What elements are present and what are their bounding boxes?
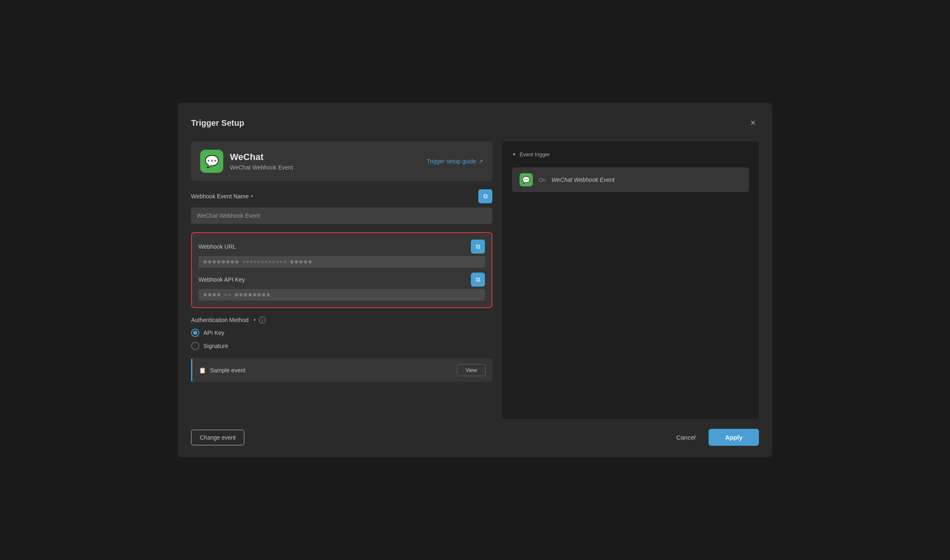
webhook-event-name-input[interactable] [191, 207, 492, 224]
radio-signature-outer [191, 342, 199, 350]
app-info: WeChat WeChat Webhook Event [230, 152, 420, 171]
wechat-icon: 💬 [200, 150, 223, 173]
bottom-row: Change event Cancel Apply [191, 419, 759, 446]
close-button[interactable]: × [747, 116, 759, 130]
event-trigger-card: 💬 On WeChat Webhook Event [512, 167, 749, 192]
webhook-url-label-row: Webhook URL ⧉ [199, 240, 485, 254]
sample-event-left: 📋 Sample event [199, 367, 246, 374]
event-trigger-label: Event trigger [520, 151, 550, 158]
event-on-label: On [539, 177, 546, 183]
sample-event-label: Sample event [210, 367, 246, 374]
webhook-box: Webhook URL ⧉ [191, 232, 492, 308]
right-panel: ▼ Event trigger 💬 On WeChat Webhook Even… [502, 141, 759, 419]
webhook-api-key-label-row: Webhook API Key ⧉ [199, 273, 485, 287]
left-panel: 💬 WeChat WeChat Webhook Event Trigger se… [191, 141, 492, 419]
app-subtitle: WeChat Webhook Event [230, 164, 420, 171]
copy-url-icon: ⧉ [476, 243, 480, 250]
view-sample-event-button[interactable]: View [457, 364, 486, 376]
bottom-right-buttons: Cancel Apply [670, 429, 759, 446]
webhook-api-key-label: Webhook API Key [199, 276, 245, 283]
auth-label-row: Authentication Method • i [191, 316, 492, 324]
auth-option-signature[interactable]: Signature [191, 342, 492, 350]
auth-method-label: Authentication Method [191, 317, 248, 323]
webhook-url-label: Webhook URL [199, 243, 236, 250]
radio-api-key-outer [191, 329, 199, 337]
main-content: 💬 WeChat WeChat Webhook Event Trigger se… [191, 141, 759, 419]
webhook-api-key-field: Webhook API Key ⧉ [199, 273, 485, 301]
trigger-wechat-icon: 💬 [520, 173, 533, 186]
auth-required-dot: • [253, 316, 256, 324]
info-icon[interactable]: i [259, 317, 266, 323]
modal-header: Trigger Setup × [191, 116, 759, 130]
chevron-down-icon: ▼ [512, 152, 516, 157]
webhook-api-key-value [199, 289, 485, 301]
copy-api-icon: ⧉ [476, 276, 480, 283]
app-name: WeChat [230, 152, 420, 162]
external-link-icon: ↗ [478, 158, 483, 165]
sample-event-icon: 📋 [199, 367, 206, 374]
webhook-url-value [199, 256, 485, 268]
copy-webhook-url-button[interactable]: ⧉ [471, 240, 485, 254]
sample-event-bar: 📋 Sample event View [191, 358, 492, 382]
apply-button[interactable]: Apply [709, 429, 759, 446]
webhook-url-field: Webhook URL ⧉ [199, 240, 485, 268]
auth-api-key-label: API Key [203, 329, 225, 336]
event-trigger-header: ▼ Event trigger [512, 151, 749, 158]
copy-api-key-button[interactable]: ⧉ [471, 273, 485, 287]
radio-api-key-inner [193, 331, 197, 335]
app-card: 💬 WeChat WeChat Webhook Event Trigger se… [191, 141, 492, 181]
auth-method-section: Authentication Method • i API Key Signat… [191, 316, 492, 350]
webhook-event-name-label: Webhook Event Name • [191, 193, 253, 200]
auth-option-api-key[interactable]: API Key [191, 329, 492, 337]
change-event-button[interactable]: Change event [191, 430, 244, 445]
event-trigger-name: WeChat Webhook Event [551, 176, 614, 183]
copy-event-name-button[interactable]: ⧉ [478, 189, 492, 203]
auth-signature-label: Signature [203, 343, 228, 349]
trigger-setup-modal: Trigger Setup × 💬 WeChat WeChat Webhook … [178, 103, 772, 457]
cancel-button[interactable]: Cancel [670, 430, 702, 445]
trigger-setup-guide-link[interactable]: Trigger setup guide ↗ [427, 158, 483, 165]
webhook-event-name-field: Webhook Event Name • ⧉ [191, 189, 492, 224]
required-indicator: • [251, 193, 253, 200]
field-label-row: Webhook Event Name • ⧉ [191, 189, 492, 203]
copy-icon: ⧉ [483, 193, 488, 200]
modal-title: Trigger Setup [191, 118, 244, 128]
